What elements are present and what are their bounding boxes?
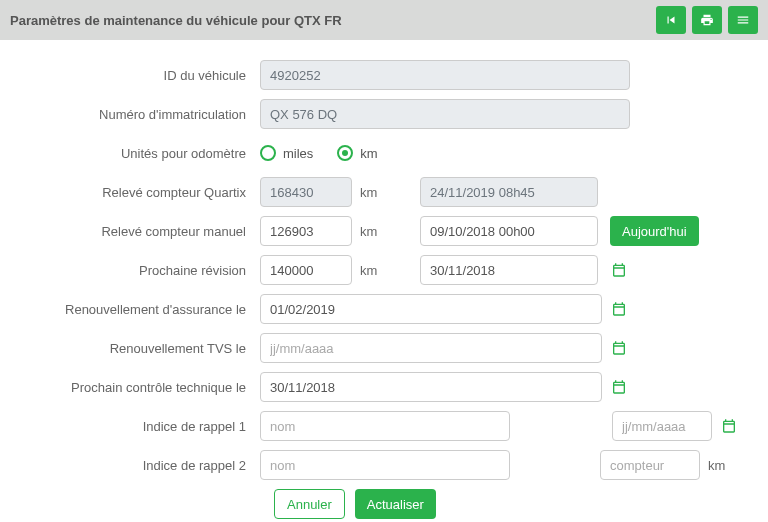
radio-icon bbox=[337, 145, 353, 161]
vehicle-id-field bbox=[260, 60, 630, 90]
registration-field bbox=[260, 99, 630, 129]
next-service-date-field[interactable] bbox=[420, 255, 598, 285]
reminder1-date-field[interactable] bbox=[612, 411, 712, 441]
calendar-icon[interactable] bbox=[720, 417, 738, 435]
tvs-date-field[interactable] bbox=[260, 333, 602, 363]
manual-odo-field[interactable] bbox=[260, 216, 352, 246]
page-title: Paramètres de maintenance du véhicule po… bbox=[10, 13, 342, 28]
next-service-label: Prochaine révision bbox=[30, 263, 260, 278]
today-button[interactable]: Aujourd'hui bbox=[610, 216, 699, 246]
radio-icon bbox=[260, 145, 276, 161]
radio-miles-label: miles bbox=[283, 146, 313, 161]
calendar-icon[interactable] bbox=[610, 261, 628, 279]
radio-km-label: km bbox=[360, 146, 377, 161]
unit-label: km bbox=[360, 224, 390, 239]
reminder2-counter-field[interactable] bbox=[600, 450, 700, 480]
skip-back-icon bbox=[664, 13, 678, 27]
print-button[interactable] bbox=[692, 6, 722, 34]
insurance-date-field[interactable] bbox=[260, 294, 602, 324]
first-button[interactable] bbox=[656, 6, 686, 34]
radio-miles[interactable]: miles bbox=[260, 145, 313, 161]
menu-button[interactable] bbox=[728, 6, 758, 34]
registration-label: Numéro d'immatriculation bbox=[30, 107, 260, 122]
quartix-date-field bbox=[420, 177, 598, 207]
unit-label: km bbox=[360, 263, 390, 278]
insurance-renewal-label: Renouvellement d'assurance le bbox=[30, 302, 260, 317]
unit-label: km bbox=[708, 458, 738, 473]
reminder1-name-field[interactable] bbox=[260, 411, 510, 441]
manual-reading-label: Relevé compteur manuel bbox=[30, 224, 260, 239]
next-service-odo-field[interactable] bbox=[260, 255, 352, 285]
tvs-renewal-label: Renouvellement TVS le bbox=[30, 341, 260, 356]
vehicle-id-label: ID du véhicule bbox=[30, 68, 260, 83]
menu-icon bbox=[736, 13, 750, 27]
calendar-icon[interactable] bbox=[610, 378, 628, 396]
print-icon bbox=[700, 13, 714, 27]
unit-label: km bbox=[360, 185, 390, 200]
reminder1-label: Indice de rappel 1 bbox=[30, 419, 260, 434]
update-button[interactable]: Actualiser bbox=[355, 489, 436, 519]
inspection-date-field[interactable] bbox=[260, 372, 602, 402]
cancel-button[interactable]: Annuler bbox=[274, 489, 345, 519]
quartix-odo-field bbox=[260, 177, 352, 207]
calendar-icon[interactable] bbox=[610, 339, 628, 357]
quartix-reading-label: Relevé compteur Quartix bbox=[30, 185, 260, 200]
reminder2-label: Indice de rappel 2 bbox=[30, 458, 260, 473]
odo-units-label: Unités pour odomètre bbox=[30, 146, 260, 161]
next-inspection-label: Prochain contrôle technique le bbox=[30, 380, 260, 395]
manual-date-field[interactable] bbox=[420, 216, 598, 246]
reminder2-name-field[interactable] bbox=[260, 450, 510, 480]
radio-km[interactable]: km bbox=[337, 145, 377, 161]
calendar-icon[interactable] bbox=[610, 300, 628, 318]
